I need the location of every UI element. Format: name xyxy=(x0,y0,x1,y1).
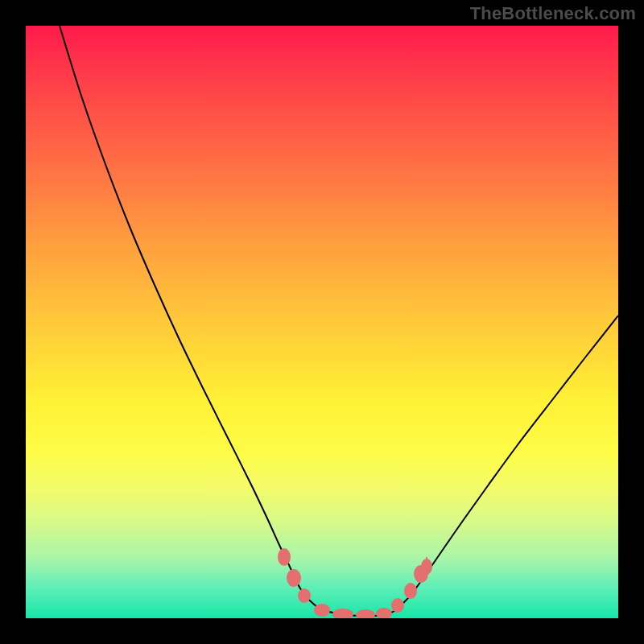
data-marker-5 xyxy=(356,609,375,618)
data-marker-8 xyxy=(404,583,417,599)
chart-svg xyxy=(26,26,618,618)
data-marker-6 xyxy=(376,608,392,618)
data-marker-3 xyxy=(314,604,330,617)
watermark-text: TheBottleneck.com xyxy=(470,3,636,24)
data-marker-1 xyxy=(287,569,301,587)
curve-layer xyxy=(60,26,618,616)
plot-area xyxy=(26,26,618,618)
data-marker-7 xyxy=(391,598,404,613)
data-marker-2 xyxy=(298,588,311,603)
curve-left_curve xyxy=(60,26,372,616)
data-marker-4 xyxy=(332,609,353,618)
chart-frame: TheBottleneck.com xyxy=(0,0,644,644)
data-marker-10 xyxy=(421,559,432,575)
marker-layer xyxy=(278,548,432,618)
data-marker-0 xyxy=(278,548,291,566)
curve-right_curve xyxy=(372,316,618,616)
